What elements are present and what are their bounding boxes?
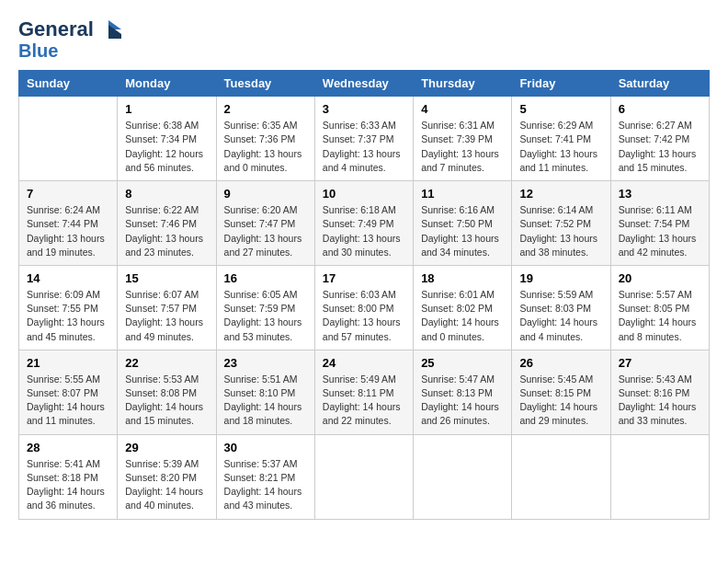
calendar-cell: 8Sunrise: 6:22 AM Sunset: 7:46 PM Daylig… <box>118 181 216 266</box>
logo: General Blue <box>18 18 121 61</box>
day-number: 3 <box>323 102 405 116</box>
day-number: 9 <box>224 187 307 201</box>
day-number: 5 <box>519 102 602 116</box>
calendar-cell: 2Sunrise: 6:35 AM Sunset: 7:36 PM Daylig… <box>216 97 314 181</box>
day-number: 24 <box>323 356 405 370</box>
calendar-cell: 6Sunrise: 6:27 AM Sunset: 7:42 PM Daylig… <box>610 97 709 181</box>
day-number: 18 <box>421 271 504 285</box>
day-info: Sunrise: 5:43 AM Sunset: 8:16 PM Dayligh… <box>619 373 701 429</box>
day-number: 13 <box>619 187 701 201</box>
day-info: Sunrise: 5:57 AM Sunset: 8:05 PM Dayligh… <box>619 288 701 344</box>
day-info: Sunrise: 5:53 AM Sunset: 8:08 PM Dayligh… <box>125 373 208 429</box>
calendar-table: SundayMondayTuesdayWednesdayThursdayFrid… <box>18 70 710 519</box>
day-info: Sunrise: 6:20 AM Sunset: 7:47 PM Dayligh… <box>224 203 307 259</box>
day-info: Sunrise: 6:31 AM Sunset: 7:39 PM Dayligh… <box>421 119 504 175</box>
calendar-cell: 29Sunrise: 5:39 AM Sunset: 8:20 PM Dayli… <box>118 434 216 519</box>
logo-blue-text: Blue <box>18 40 58 61</box>
day-number: 10 <box>323 187 405 201</box>
day-info: Sunrise: 6:07 AM Sunset: 7:57 PM Dayligh… <box>125 288 208 344</box>
day-number: 30 <box>224 441 307 454</box>
calendar-cell: 7Sunrise: 6:24 AM Sunset: 7:44 PM Daylig… <box>19 181 118 266</box>
calendar-cell: 13Sunrise: 6:11 AM Sunset: 7:54 PM Dayli… <box>610 181 709 266</box>
page-header: General Blue <box>18 18 710 61</box>
day-number: 14 <box>27 271 109 285</box>
day-info: Sunrise: 5:51 AM Sunset: 8:10 PM Dayligh… <box>224 373 307 429</box>
calendar-cell: 30Sunrise: 5:37 AM Sunset: 8:21 PM Dayli… <box>216 434 314 519</box>
day-number: 6 <box>619 102 701 116</box>
day-number: 15 <box>125 271 208 285</box>
calendar-cell: 14Sunrise: 6:09 AM Sunset: 7:55 PM Dayli… <box>19 265 118 350</box>
calendar-cell: 3Sunrise: 6:33 AM Sunset: 7:37 PM Daylig… <box>314 97 413 181</box>
day-info: Sunrise: 6:29 AM Sunset: 7:41 PM Dayligh… <box>519 119 602 175</box>
day-info: Sunrise: 5:37 AM Sunset: 8:21 PM Dayligh… <box>224 457 307 513</box>
day-info: Sunrise: 5:45 AM Sunset: 8:15 PM Dayligh… <box>519 373 602 429</box>
calendar-cell: 17Sunrise: 6:03 AM Sunset: 8:00 PM Dayli… <box>314 265 413 350</box>
day-info: Sunrise: 6:27 AM Sunset: 7:42 PM Dayligh… <box>619 119 701 175</box>
col-header-sunday: Sunday <box>19 71 118 97</box>
calendar-cell: 1Sunrise: 6:38 AM Sunset: 7:34 PM Daylig… <box>118 97 216 181</box>
day-number: 25 <box>421 356 504 370</box>
col-header-friday: Friday <box>512 71 610 97</box>
day-number: 23 <box>224 356 307 370</box>
logo-icon <box>96 20 121 39</box>
day-number: 17 <box>323 271 405 285</box>
calendar-cell: 28Sunrise: 5:41 AM Sunset: 8:18 PM Dayli… <box>19 434 118 519</box>
day-number: 1 <box>125 102 208 116</box>
day-info: Sunrise: 5:47 AM Sunset: 8:13 PM Dayligh… <box>421 373 504 429</box>
day-number: 28 <box>27 441 109 454</box>
day-number: 22 <box>125 356 208 370</box>
calendar-cell: 12Sunrise: 6:14 AM Sunset: 7:52 PM Dayli… <box>512 181 610 266</box>
day-info: Sunrise: 6:33 AM Sunset: 7:37 PM Dayligh… <box>323 119 405 175</box>
day-info: Sunrise: 5:41 AM Sunset: 8:18 PM Dayligh… <box>27 457 109 513</box>
calendar-cell: 19Sunrise: 5:59 AM Sunset: 8:03 PM Dayli… <box>512 265 610 350</box>
col-header-saturday: Saturday <box>610 71 709 97</box>
calendar-cell: 27Sunrise: 5:43 AM Sunset: 8:16 PM Dayli… <box>610 350 709 434</box>
day-info: Sunrise: 6:01 AM Sunset: 8:02 PM Dayligh… <box>421 288 504 344</box>
day-number: 16 <box>224 271 307 285</box>
col-header-monday: Monday <box>118 71 216 97</box>
calendar-cell <box>414 434 512 519</box>
day-number: 2 <box>224 102 307 116</box>
calendar-cell: 21Sunrise: 5:55 AM Sunset: 8:07 PM Dayli… <box>19 350 118 434</box>
day-info: Sunrise: 6:03 AM Sunset: 8:00 PM Dayligh… <box>323 288 405 344</box>
day-info: Sunrise: 5:59 AM Sunset: 8:03 PM Dayligh… <box>519 288 602 344</box>
day-info: Sunrise: 5:49 AM Sunset: 8:11 PM Dayligh… <box>323 373 405 429</box>
day-number: 11 <box>421 187 504 201</box>
day-info: Sunrise: 6:11 AM Sunset: 7:54 PM Dayligh… <box>619 203 701 259</box>
calendar-cell <box>610 434 709 519</box>
calendar-cell <box>512 434 610 519</box>
calendar-cell <box>19 97 118 181</box>
day-info: Sunrise: 6:14 AM Sunset: 7:52 PM Dayligh… <box>519 203 602 259</box>
calendar-cell: 26Sunrise: 5:45 AM Sunset: 8:15 PM Dayli… <box>512 350 610 434</box>
calendar-cell: 22Sunrise: 5:53 AM Sunset: 8:08 PM Dayli… <box>118 350 216 434</box>
day-info: Sunrise: 5:39 AM Sunset: 8:20 PM Dayligh… <box>125 457 208 513</box>
calendar-cell: 15Sunrise: 6:07 AM Sunset: 7:57 PM Dayli… <box>118 265 216 350</box>
day-number: 29 <box>125 441 208 454</box>
calendar-cell: 25Sunrise: 5:47 AM Sunset: 8:13 PM Dayli… <box>414 350 512 434</box>
calendar-cell: 24Sunrise: 5:49 AM Sunset: 8:11 PM Dayli… <box>314 350 413 434</box>
day-info: Sunrise: 6:09 AM Sunset: 7:55 PM Dayligh… <box>27 288 109 344</box>
calendar-cell: 5Sunrise: 6:29 AM Sunset: 7:41 PM Daylig… <box>512 97 610 181</box>
day-info: Sunrise: 6:05 AM Sunset: 7:59 PM Dayligh… <box>224 288 307 344</box>
day-number: 26 <box>519 356 602 370</box>
day-number: 21 <box>27 356 109 370</box>
calendar-cell: 23Sunrise: 5:51 AM Sunset: 8:10 PM Dayli… <box>216 350 314 434</box>
col-header-thursday: Thursday <box>414 71 512 97</box>
calendar-cell: 20Sunrise: 5:57 AM Sunset: 8:05 PM Dayli… <box>610 265 709 350</box>
calendar-cell: 11Sunrise: 6:16 AM Sunset: 7:50 PM Dayli… <box>414 181 512 266</box>
day-info: Sunrise: 6:35 AM Sunset: 7:36 PM Dayligh… <box>224 119 307 175</box>
calendar-cell: 9Sunrise: 6:20 AM Sunset: 7:47 PM Daylig… <box>216 181 314 266</box>
day-info: Sunrise: 6:24 AM Sunset: 7:44 PM Dayligh… <box>27 203 109 259</box>
day-info: Sunrise: 6:18 AM Sunset: 7:49 PM Dayligh… <box>323 203 405 259</box>
calendar-cell <box>314 434 413 519</box>
day-number: 7 <box>27 187 109 201</box>
col-header-tuesday: Tuesday <box>216 71 314 97</box>
day-number: 12 <box>519 187 602 201</box>
col-header-wednesday: Wednesday <box>314 71 413 97</box>
day-number: 20 <box>619 271 701 285</box>
day-number: 19 <box>519 271 602 285</box>
calendar-cell: 16Sunrise: 6:05 AM Sunset: 7:59 PM Dayli… <box>216 265 314 350</box>
day-info: Sunrise: 6:22 AM Sunset: 7:46 PM Dayligh… <box>125 203 208 259</box>
day-info: Sunrise: 6:16 AM Sunset: 7:50 PM Dayligh… <box>421 203 504 259</box>
calendar-cell: 10Sunrise: 6:18 AM Sunset: 7:49 PM Dayli… <box>314 181 413 266</box>
